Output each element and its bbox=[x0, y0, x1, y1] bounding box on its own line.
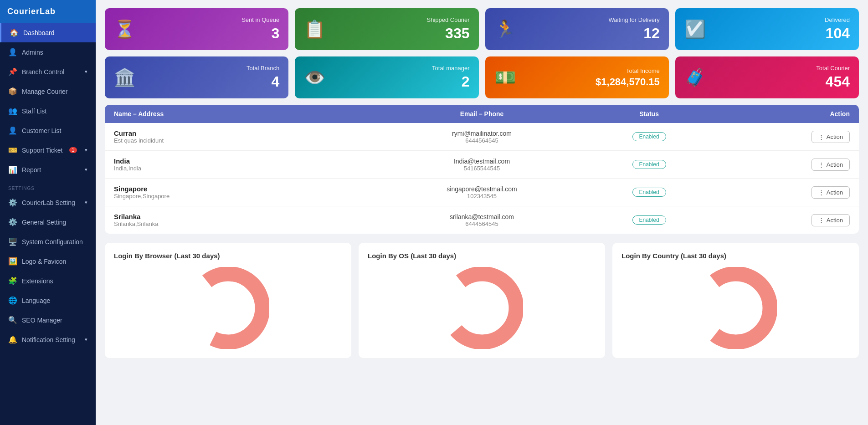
card-label: Total Courier bbox=[816, 65, 850, 72]
row-email: rymi@mailinator.com bbox=[381, 130, 582, 137]
row-phone: 6444564545 bbox=[381, 220, 582, 227]
row-email: singapore@testmail.com bbox=[381, 185, 582, 193]
sidebar-item-language[interactable]: 🌐 Language bbox=[0, 291, 96, 310]
sidebar-item-label: CourierLab Setting bbox=[22, 199, 75, 206]
action-button[interactable]: ⋮ Action bbox=[812, 186, 850, 199]
sidebar-item-report[interactable]: 📊 Report ▾ bbox=[0, 160, 96, 179]
col-email-phone: Email – Phone bbox=[381, 110, 582, 118]
stat-card-delivered: ☑️ Delivered 104 bbox=[675, 8, 859, 50]
sidebar-item-label: Notification Setting bbox=[22, 336, 75, 343]
sidebar-item-system-configuration[interactable]: 🖥️ System Configuration bbox=[0, 232, 96, 251]
sidebar-item-branch-control[interactable]: 📌 Branch Control ▾ bbox=[0, 62, 96, 82]
table-row: India India,India India@testmail.com 541… bbox=[105, 151, 859, 179]
stat-card-total-courier: 🧳 Total Courier 454 bbox=[675, 56, 859, 98]
sidebar-item-admins[interactable]: 👤 Admins bbox=[0, 42, 96, 62]
image-icon: 🖼️ bbox=[8, 257, 17, 266]
status-badge: Enabled bbox=[632, 188, 666, 197]
sidebar-item-label: SEO Manager bbox=[22, 317, 62, 324]
os-chart-title: Login By OS (Last 30 days) bbox=[368, 252, 596, 260]
sidebar-item-staff-list[interactable]: 👥 Staff List bbox=[0, 101, 96, 121]
manager-icon: 👁️ bbox=[304, 67, 325, 87]
action-button[interactable]: ⋮ Action bbox=[812, 131, 850, 143]
sidebar-item-customer-list[interactable]: 👤 Customer List bbox=[0, 121, 96, 140]
stat-card-waiting-delivery: 🏃 Waiting for Delivery 12 bbox=[485, 8, 669, 50]
sidebar: CourierLab 🏠 Dashboard 👤 Admins 📌 Branch… bbox=[0, 0, 96, 425]
chevron-down-icon: ▾ bbox=[85, 200, 87, 205]
sidebar-item-logo-favicon[interactable]: 🖼️ Logo & Favicon bbox=[0, 251, 96, 271]
row-name: Srilanka bbox=[114, 213, 381, 220]
row-address: India,India bbox=[114, 165, 381, 172]
country-chart-card: Login By Country (Last 30 days) bbox=[612, 243, 859, 358]
card-value: 3 bbox=[271, 25, 279, 42]
runner-icon: 🏃 bbox=[494, 19, 516, 39]
sidebar-item-label: Logo & Favicon bbox=[22, 258, 66, 265]
customer-icon: 👤 bbox=[8, 126, 17, 135]
chevron-down-icon: ▾ bbox=[85, 69, 87, 75]
sidebar-item-notification-setting[interactable]: 🔔 Notification Setting ▾ bbox=[0, 330, 96, 349]
chevron-down-icon: ▾ bbox=[85, 167, 87, 173]
stat-cards-row1: ⏳ Sent in Queue 3 📋 Shipped Courier 335 … bbox=[105, 8, 859, 50]
sidebar-item-label: Report bbox=[22, 166, 41, 174]
sidebar-item-manage-courier[interactable]: 📦 Manage Courier bbox=[0, 82, 96, 101]
svg-point-2 bbox=[208, 287, 249, 328]
home-icon: 🏠 bbox=[10, 28, 19, 37]
settings-section-label: SETTINGS bbox=[0, 179, 96, 193]
action-button[interactable]: ⋮ Action bbox=[812, 159, 850, 171]
col-status: Status bbox=[582, 110, 716, 118]
sidebar-item-label: Language bbox=[22, 297, 50, 304]
sidebar-item-label: Manage Courier bbox=[22, 88, 67, 95]
shipped-icon: 📋 bbox=[304, 19, 325, 39]
sidebar-item-label: Customer List bbox=[22, 127, 61, 134]
sidebar-item-support-ticket[interactable]: 🎫 Support Ticket 1 ▾ bbox=[0, 140, 96, 160]
user-icon: 👤 bbox=[8, 48, 17, 56]
card-label: Waiting for Delivery bbox=[609, 16, 660, 23]
row-address: Est quas incididunt bbox=[114, 137, 381, 144]
support-badge: 1 bbox=[69, 147, 77, 153]
card-label: Total manager bbox=[432, 65, 469, 72]
sidebar-item-label: Branch Control bbox=[22, 68, 64, 76]
sidebar-item-seo-manager[interactable]: 🔍 SEO Manager bbox=[0, 310, 96, 330]
col-name-address: Name – Address bbox=[114, 110, 381, 118]
sidebar-item-dashboard[interactable]: 🏠 Dashboard bbox=[0, 23, 96, 42]
card-label: Total Branch bbox=[247, 65, 279, 72]
gear-icon: ⚙️ bbox=[8, 218, 17, 226]
status-badge: Enabled bbox=[632, 160, 666, 169]
row-email: srilanka@testmail.com bbox=[381, 213, 582, 220]
bell-icon: 🔔 bbox=[8, 335, 17, 344]
branch-table: Name – Address Email – Phone Status Acti… bbox=[105, 105, 859, 234]
svg-point-5 bbox=[462, 287, 503, 328]
row-address: Srilanka,Srilanka bbox=[114, 220, 381, 227]
os-chart-card: Login By OS (Last 30 days) bbox=[359, 243, 605, 358]
card-label: Shipped Courier bbox=[427, 16, 470, 23]
table-row: Singapore Singapore,Singapore singapore@… bbox=[105, 179, 859, 206]
country-donut-chart bbox=[695, 267, 777, 349]
table-row: Curran Est quas incididunt rymi@mailinat… bbox=[105, 123, 859, 151]
card-value: 104 bbox=[826, 25, 850, 42]
browser-chart-card: Login By Browser (Last 30 days) bbox=[105, 243, 351, 358]
card-value: 12 bbox=[643, 25, 660, 42]
sidebar-item-courierlab-setting[interactable]: ⚙️ CourierLab Setting ▾ bbox=[0, 193, 96, 212]
report-icon: 📊 bbox=[8, 165, 17, 174]
bank-icon: 🏛️ bbox=[114, 67, 135, 87]
row-phone: 6444564545 bbox=[381, 137, 582, 144]
os-donut-chart bbox=[441, 267, 523, 349]
sidebar-item-extensions[interactable]: 🧩 Extensions bbox=[0, 271, 96, 291]
chevron-down-icon: ▾ bbox=[85, 147, 87, 153]
sidebar-item-label: Staff List bbox=[22, 108, 46, 115]
package-icon: 📦 bbox=[8, 87, 17, 96]
card-value: 4 bbox=[271, 73, 279, 90]
sidebar-item-general-setting[interactable]: ⚙️ General Setting bbox=[0, 212, 96, 232]
action-button[interactable]: ⋮ Action bbox=[812, 214, 850, 226]
stat-card-total-branch: 🏛️ Total Branch 4 bbox=[105, 56, 288, 98]
sidebar-item-label: General Setting bbox=[22, 219, 66, 226]
svg-point-8 bbox=[715, 287, 756, 328]
row-name: Curran bbox=[114, 129, 381, 137]
status-badge: Enabled bbox=[632, 132, 666, 141]
stat-card-total-manager: 👁️ Total manager 2 bbox=[295, 56, 478, 98]
monitor-icon: 🖥️ bbox=[8, 237, 17, 246]
row-phone: 54165544545 bbox=[381, 165, 582, 172]
table-header: Name – Address Email – Phone Status Acti… bbox=[105, 105, 859, 123]
search-icon: 🔍 bbox=[8, 316, 17, 324]
card-value: 335 bbox=[445, 25, 469, 42]
ticket-icon: 🎫 bbox=[8, 146, 17, 154]
